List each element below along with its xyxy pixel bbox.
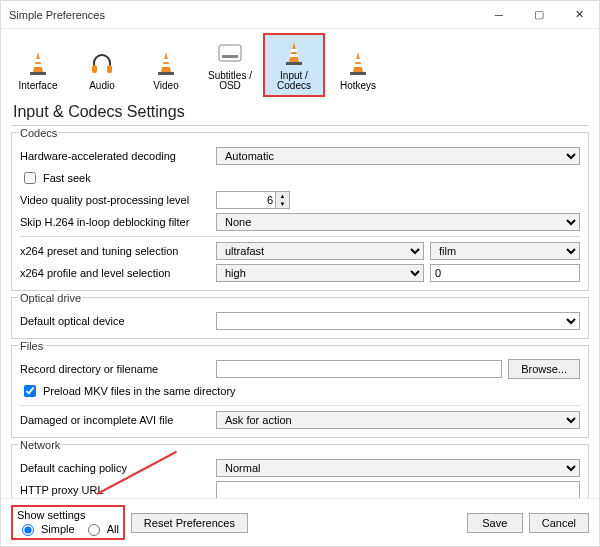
group-files: Files Record directory or filename Brows… [11, 345, 589, 438]
record-dir-input[interactable] [216, 360, 502, 378]
footer: Show settings Simple All Reset Preferenc… [1, 498, 599, 546]
skip-h264-select[interactable]: None [216, 213, 580, 231]
svg-rect-14 [290, 54, 298, 57]
x264-preset-select[interactable]: ultrafast [216, 242, 424, 260]
tab-subtitles[interactable]: Subtitles / OSD [199, 33, 261, 97]
svg-rect-7 [163, 59, 169, 62]
tab-label: Hotkeys [340, 81, 376, 91]
group-legend: Files [18, 340, 45, 352]
category-tabs: Interface Audio Video Subtitles / OSD In… [1, 29, 599, 97]
tab-label: Video [153, 81, 178, 91]
spinner[interactable]: ▲▼ [276, 191, 290, 209]
group-network: Network Default caching policy Normal HT… [11, 444, 589, 498]
tab-hotkeys[interactable]: Hotkeys [327, 33, 389, 97]
skip-h264-label: Skip H.264 in-loop deblocking filter [20, 216, 210, 228]
content-area: Codecs Hardware-accelerated decoding Aut… [1, 126, 599, 498]
show-all-label: All [107, 523, 119, 535]
minimize-button[interactable]: ─ [479, 1, 519, 29]
browse-button[interactable]: Browse... [508, 359, 580, 379]
reset-preferences-button[interactable]: Reset Preferences [131, 513, 248, 533]
close-button[interactable]: ✕ [559, 1, 599, 29]
group-codecs: Codecs Hardware-accelerated decoding Aut… [11, 132, 589, 291]
svg-rect-3 [30, 72, 46, 75]
svg-rect-9 [158, 72, 174, 75]
tab-label: Subtitles / OSD [201, 71, 259, 91]
subtitles-icon [214, 37, 246, 69]
save-button[interactable]: Save [467, 513, 523, 533]
x264-preset-label: x264 preset and tuning selection [20, 245, 210, 257]
show-settings-box: Show settings Simple All [11, 505, 125, 540]
svg-rect-10 [219, 45, 241, 61]
svg-rect-2 [34, 64, 42, 67]
record-dir-label: Record directory or filename [20, 363, 210, 375]
hw-decoding-select[interactable]: Automatic [216, 147, 580, 165]
tab-audio[interactable]: Audio [71, 33, 133, 97]
fast-seek-checkbox[interactable] [24, 172, 36, 184]
cone-icon [22, 47, 54, 79]
tab-label: Audio [89, 81, 115, 91]
optical-device-select[interactable] [216, 312, 580, 330]
maximize-button[interactable]: ▢ [519, 1, 559, 29]
show-simple-label: Simple [41, 523, 75, 535]
titlebar: Simple Preferences ─ ▢ ✕ [1, 1, 599, 29]
proxy-input[interactable] [216, 481, 580, 498]
video-quality-input[interactable] [216, 191, 276, 209]
svg-rect-5 [107, 65, 112, 73]
damaged-avi-select[interactable]: Ask for action [216, 411, 580, 429]
svg-rect-17 [355, 59, 361, 62]
svg-rect-18 [354, 64, 362, 67]
svg-rect-15 [286, 62, 302, 65]
show-settings-label: Show settings [17, 509, 119, 521]
proxy-label: HTTP proxy URL [20, 484, 210, 496]
cone-icon [150, 47, 182, 79]
show-simple-radio[interactable] [22, 524, 34, 536]
x264-tuning-select[interactable]: film [430, 242, 580, 260]
svg-rect-8 [162, 64, 170, 67]
svg-rect-1 [35, 59, 41, 62]
tab-interface[interactable]: Interface [7, 33, 69, 97]
preload-mkv-label: Preload MKV files in the same directory [43, 385, 236, 397]
video-quality-label: Video quality post-processing level [20, 194, 210, 206]
tab-input-codecs[interactable]: Input / Codecs [263, 33, 325, 97]
svg-rect-4 [92, 65, 97, 73]
x264-level-input[interactable] [430, 264, 580, 282]
show-all-radio[interactable] [88, 524, 100, 536]
caching-label: Default caching policy [20, 462, 210, 474]
hw-decoding-label: Hardware-accelerated decoding [20, 150, 210, 162]
cone-icon [342, 47, 374, 79]
fast-seek-label: Fast seek [43, 172, 91, 184]
page-title: Input & Codecs Settings [1, 97, 599, 125]
group-legend: Network [18, 439, 62, 451]
svg-rect-19 [350, 72, 366, 75]
group-optical: Optical drive Default optical device [11, 297, 589, 339]
caching-select[interactable]: Normal [216, 459, 580, 477]
tab-label: Input / Codecs [265, 71, 323, 91]
x264-profile-select[interactable]: high [216, 264, 424, 282]
headphones-icon [86, 47, 118, 79]
x264-profile-label: x264 profile and level selection [20, 267, 210, 279]
svg-rect-13 [291, 49, 297, 52]
divider [20, 405, 580, 406]
group-legend: Optical drive [18, 292, 83, 304]
tab-video[interactable]: Video [135, 33, 197, 97]
tab-label: Interface [19, 81, 58, 91]
svg-rect-11 [222, 55, 238, 58]
optical-device-label: Default optical device [20, 315, 210, 327]
damaged-avi-label: Damaged or incomplete AVI file [20, 414, 210, 426]
cone-icon [278, 37, 310, 69]
window-title: Simple Preferences [9, 9, 479, 21]
group-legend: Codecs [18, 127, 59, 139]
preload-mkv-checkbox[interactable] [24, 385, 36, 397]
divider [20, 236, 580, 237]
cancel-button[interactable]: Cancel [529, 513, 589, 533]
